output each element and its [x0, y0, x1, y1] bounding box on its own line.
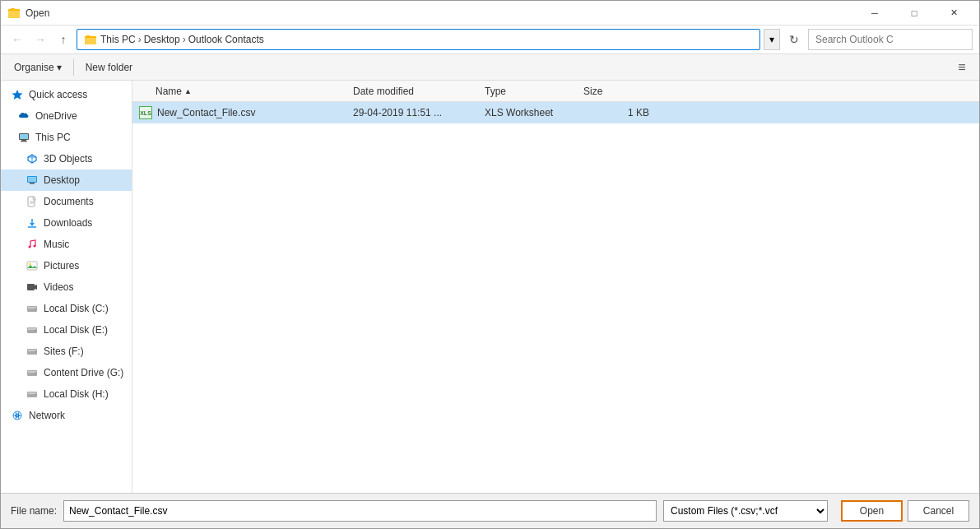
- header-name[interactable]: Name ▲: [139, 86, 353, 97]
- open-button[interactable]: Open: [841, 500, 903, 522]
- sidebar-label-network: Network: [29, 410, 65, 421]
- svg-point-38: [35, 351, 36, 353]
- sidebar-label-documents: Documents: [44, 196, 94, 207]
- 3d-objects-icon: [26, 152, 39, 165]
- address-dropdown[interactable]: ▾: [764, 29, 780, 50]
- new-folder-label: New folder: [86, 62, 132, 73]
- cancel-button[interactable]: Cancel: [908, 500, 969, 522]
- videos-icon: [26, 281, 39, 294]
- sidebar-label-quick-access: Quick access: [29, 89, 87, 100]
- sidebar-label-local-disk-e: Local Disk (E:): [44, 324, 108, 336]
- drive-e-icon: [26, 323, 39, 336]
- sidebar-item-3d-objects[interactable]: 3D Objects: [1, 148, 132, 169]
- close-button[interactable]: ✕: [935, 1, 973, 26]
- svg-point-32: [35, 309, 36, 310]
- file-type-cell: XLS Worksheet: [485, 107, 583, 118]
- header-size[interactable]: Size: [583, 86, 649, 97]
- path-outlook-contacts[interactable]: Outlook Contacts: [188, 34, 264, 45]
- open-dialog: Open ─ □ ✕ ← → ↑ This PC › Desktop › Out…: [0, 0, 980, 529]
- svg-rect-4: [85, 38, 96, 44]
- sidebar-item-downloads[interactable]: Downloads: [1, 212, 132, 234]
- path-desktop[interactable]: Desktop: [144, 34, 180, 45]
- svg-rect-31: [28, 307, 36, 309]
- drive-c-icon: [26, 302, 39, 315]
- organise-label: Organise: [14, 62, 54, 73]
- header-date-label: Date modified: [353, 86, 414, 97]
- file-size-text: 1 KB: [628, 107, 649, 118]
- sidebar-label-local-disk-h: Local Disk (H:): [44, 388, 109, 400]
- network-icon: [11, 409, 24, 422]
- svg-rect-9: [21, 140, 26, 142]
- refresh-button[interactable]: ↻: [783, 29, 805, 50]
- cloud-icon: [17, 109, 30, 123]
- view-options-button[interactable]: ≡: [951, 57, 973, 78]
- sidebar-item-local-disk-h[interactable]: Local Disk (H:): [1, 383, 132, 405]
- sidebar-item-videos[interactable]: Videos: [1, 276, 132, 298]
- sidebar-item-pictures[interactable]: Pictures: [1, 255, 132, 276]
- sort-arrow: ▲: [184, 87, 192, 95]
- new-folder-button[interactable]: New folder: [79, 57, 139, 78]
- sidebar-label-this-pc: This PC: [35, 132, 71, 143]
- sidebar-item-local-disk-c[interactable]: Local Disk (C:): [1, 298, 132, 319]
- file-name-input[interactable]: [63, 500, 657, 522]
- sidebar-item-network[interactable]: Network: [1, 405, 132, 426]
- search-input[interactable]: [808, 29, 973, 50]
- title-bar-left: Open: [7, 7, 49, 20]
- svg-rect-43: [28, 392, 36, 394]
- sidebar-label-sites-f: Sites (F:): [44, 346, 84, 357]
- star-icon: [11, 88, 24, 101]
- sidebar-label-onedrive: OneDrive: [35, 110, 77, 122]
- drive-g-icon: [26, 366, 39, 379]
- pictures-icon: [26, 259, 39, 272]
- sidebar-item-music[interactable]: Music: [1, 234, 132, 255]
- sidebar-item-desktop[interactable]: Desktop: [1, 169, 132, 191]
- maximize-button[interactable]: □: [895, 1, 933, 26]
- path-folder-icon: [84, 33, 97, 46]
- path-this-pc[interactable]: This PC: [100, 34, 136, 45]
- file-header: Name ▲ Date modified Type Size: [132, 81, 979, 102]
- header-date[interactable]: Date modified: [353, 86, 485, 97]
- svg-rect-10: [21, 142, 27, 142]
- downloads-icon: [26, 216, 39, 230]
- up-button[interactable]: ↑: [53, 30, 73, 49]
- svg-rect-37: [28, 350, 36, 351]
- file-name-cell: XLS New_Contact_File.csv: [139, 106, 353, 119]
- back-button[interactable]: ←: [7, 30, 27, 49]
- sidebar-label-3d-objects: 3D Objects: [44, 153, 92, 165]
- sidebar-item-content-drive-g[interactable]: Content Drive (G:): [1, 362, 132, 383]
- file-type-select[interactable]: Custom Files (*.csv;*.vcf All Files (*.*…: [663, 500, 828, 522]
- sidebar-label-music: Music: [44, 239, 69, 250]
- sidebar-label-downloads: Downloads: [44, 217, 92, 229]
- bottom-buttons: Open Cancel: [841, 500, 969, 522]
- drive-f-icon: [26, 345, 39, 358]
- sidebar-item-this-pc[interactable]: This PC: [1, 127, 132, 148]
- organise-button[interactable]: Organise ▾: [7, 57, 68, 78]
- header-type[interactable]: Type: [485, 86, 583, 97]
- svg-point-23: [29, 246, 31, 248]
- title-bar: Open ─ □ ✕: [1, 1, 979, 26]
- documents-icon: [26, 195, 39, 208]
- svg-point-44: [35, 394, 36, 396]
- svg-rect-28: [27, 284, 35, 290]
- file-name-text: New_Contact_File.csv: [157, 107, 255, 118]
- svg-rect-8: [20, 134, 28, 139]
- dialog-title: Open: [26, 7, 49, 19]
- file-type-text: XLS Worksheet: [485, 107, 553, 118]
- toolbar-right: ≡: [951, 57, 973, 78]
- svg-rect-25: [27, 262, 37, 270]
- sidebar-label-desktop: Desktop: [44, 174, 80, 186]
- sidebar-item-quick-access[interactable]: Quick access: [1, 84, 132, 105]
- sidebar-item-onedrive[interactable]: OneDrive: [1, 105, 132, 127]
- forward-button[interactable]: →: [30, 30, 50, 49]
- sidebar-item-documents[interactable]: Documents: [1, 191, 132, 212]
- table-row[interactable]: XLS New_Contact_File.csv 29-04-2019 11:5…: [132, 102, 979, 123]
- minimize-button[interactable]: ─: [856, 1, 894, 26]
- sidebar-label-content-drive-g: Content Drive (G:): [44, 367, 123, 378]
- sidebar-item-sites-f[interactable]: Sites (F:): [1, 341, 132, 362]
- sidebar-item-local-disk-e[interactable]: Local Disk (E:): [1, 319, 132, 341]
- svg-rect-16: [30, 183, 35, 184]
- file-size-cell: 1 KB: [583, 107, 649, 118]
- address-path[interactable]: This PC › Desktop › Outlook Contacts: [77, 29, 760, 50]
- file-area: Name ▲ Date modified Type Size XLS New_C…: [132, 81, 979, 493]
- toolbar-separator: [73, 59, 74, 76]
